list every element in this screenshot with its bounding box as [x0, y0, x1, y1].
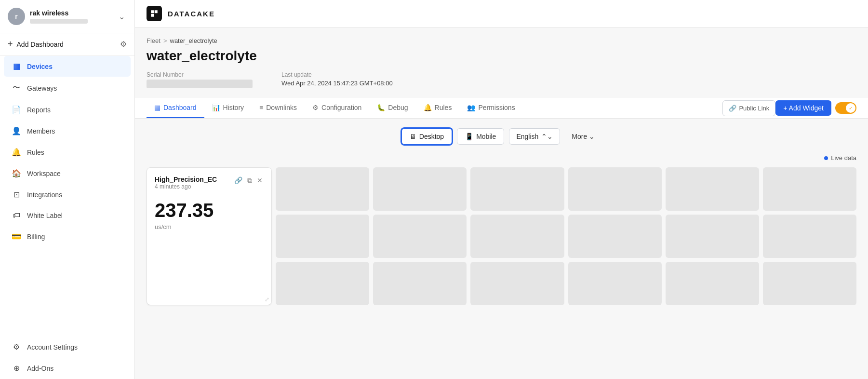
svg-rect-2 [151, 14, 154, 17]
sidebar-header: r rak wireless ⌄ [0, 0, 134, 33]
downlinks-tab-icon: ≡ [259, 104, 263, 111]
sidebar-nav: ▦ Devices 〜 Gateways 📄 Reports 👤 Members… [0, 55, 134, 247]
breadcrumb: Fleet > water_electrolyte [147, 37, 856, 44]
placeholder-cell [568, 262, 662, 305]
tab-downlinks[interactable]: ≡ Downlinks [252, 98, 305, 118]
placeholder-cell [276, 167, 369, 211]
tab-dashboard[interactable]: ▦ Dashboard [147, 98, 204, 118]
widget-copy-icon[interactable]: ⧉ [246, 176, 253, 186]
sidebar-item-label: Add-Ons [27, 365, 53, 372]
more-chevron-icon: ⌄ [589, 133, 595, 140]
tab-rules[interactable]: 🔔 Rules [416, 98, 460, 118]
dashboard-tab-icon: ▦ [154, 104, 160, 111]
language-selector[interactable]: English ⌃⌄ [509, 128, 560, 145]
sidebar-item-label: Rules [27, 149, 44, 156]
placeholder-cell [373, 167, 467, 211]
placeholder-cell [666, 262, 759, 305]
devices-icon: ▦ [12, 62, 21, 71]
add-widget-label: + Add Widget [783, 104, 824, 112]
rules-tab-icon: 🔔 [424, 104, 432, 111]
permissions-tab-icon: 👥 [467, 104, 475, 111]
debug-tab-icon: 🐛 [377, 104, 385, 111]
datacake-logo-icon [150, 9, 159, 18]
sidebar-item-devices[interactable]: ▦ Devices [4, 56, 131, 77]
last-update-label: Last update [281, 71, 393, 78]
white-label-icon: 🏷 [12, 211, 21, 220]
sidebar-item-account-settings[interactable]: ⚙ Account Settings [4, 337, 131, 357]
page-title: water_electrolyte [147, 48, 856, 64]
gateways-icon: 〜 [12, 83, 21, 93]
sidebar-item-label: Billing [27, 233, 45, 241]
placeholder-cell [763, 215, 856, 258]
more-menu-button[interactable]: More ⌄ [565, 129, 601, 144]
widget-close-icon[interactable]: ✕ [256, 176, 264, 186]
mobile-label: Mobile [476, 133, 496, 140]
sidebar: r rak wireless ⌄ + Add Dashboard ⚙ ▦ Dev… [0, 0, 135, 379]
tab-history[interactable]: 📊 History [204, 98, 252, 118]
add-widget-button[interactable]: + Add Widget [775, 100, 831, 116]
svg-rect-0 [151, 10, 154, 13]
sidebar-item-integrations[interactable]: ⊡ Integrations [4, 184, 131, 205]
placeholder-cell [373, 215, 467, 258]
dashboard-grid: High_Precision_EC 4 minutes ago 🔗 ⧉ ✕ 23… [147, 167, 856, 305]
gear-icon[interactable]: ⚙ [120, 40, 127, 49]
breadcrumb-parent[interactable]: Fleet [147, 37, 160, 44]
view-toolbar: 🖥 Desktop 📱 Mobile English ⌃⌄ More ⌄ [147, 128, 856, 145]
add-ons-icon: ⊕ [12, 364, 21, 373]
content-area: Fleet > water_electrolyte water_electrol… [135, 27, 868, 379]
chevron-down-icon[interactable]: ⌄ [117, 10, 127, 23]
sidebar-item-workspace[interactable]: 🏠 Workspace [4, 163, 131, 184]
widget-title: High_Precision_EC [155, 176, 217, 183]
tab-downlinks-label: Downlinks [266, 104, 297, 111]
tab-permissions-label: Permissions [478, 104, 515, 111]
widget-unit: us/cm [155, 223, 264, 230]
tab-debug-label: Debug [388, 104, 408, 111]
sidebar-item-billing[interactable]: 💳 Billing [4, 226, 131, 247]
sidebar-item-label: Account Settings [27, 343, 78, 351]
last-update-field: Last update Wed Apr 24, 2024 15:47:23 GM… [281, 71, 393, 88]
resize-handle[interactable]: ⤢ [265, 296, 269, 303]
sidebar-item-white-label[interactable]: 🏷 White Label [4, 205, 131, 226]
public-link-button[interactable]: 🔗 Public Link [722, 100, 775, 116]
sidebar-item-members[interactable]: 👤 Members [4, 121, 131, 141]
add-dashboard-button[interactable]: + Add Dashboard ⚙ [0, 33, 134, 55]
tab-permissions[interactable]: 👥 Permissions [459, 98, 522, 118]
widget-link-icon[interactable]: 🔗 [233, 176, 243, 186]
desktop-label: Desktop [419, 133, 444, 140]
last-update-value: Wed Apr 24, 2024 15:47:23 GMT+08:00 [281, 80, 393, 87]
placeholder-cell [470, 262, 564, 305]
widget-actions: 🔗 ⧉ ✕ [233, 176, 264, 186]
live-dot-icon [824, 156, 828, 160]
sidebar-item-reports[interactable]: 📄 Reports [4, 99, 131, 120]
widget-value: 237.35 [155, 200, 264, 221]
serial-number-value [147, 80, 253, 88]
placeholder-cell [568, 215, 662, 258]
user-info: rak wireless [30, 9, 112, 24]
public-link-label: Public Link [739, 105, 769, 112]
placeholder-cell [470, 167, 564, 211]
placeholder-cell [666, 215, 759, 258]
desktop-icon: 🖥 [410, 133, 416, 140]
placeholder-cell [568, 167, 662, 211]
sidebar-item-label: Gateways [27, 84, 57, 92]
live-mode-toggle[interactable]: ✓ [835, 102, 856, 114]
mobile-icon: 📱 [465, 133, 473, 140]
tab-debug[interactable]: 🐛 Debug [369, 98, 415, 118]
logo-box [147, 6, 162, 21]
sidebar-item-gateways[interactable]: 〜 Gateways [4, 77, 131, 99]
language-label: English [516, 133, 538, 140]
tab-dashboard-label: Dashboard [163, 104, 197, 111]
members-icon: 👤 [12, 126, 21, 135]
sidebar-item-rules[interactable]: 🔔 Rules [4, 142, 131, 162]
placeholder-cell [276, 262, 369, 305]
tab-history-label: History [223, 104, 244, 111]
link-icon: 🔗 [729, 105, 736, 112]
sidebar-item-label: Devices [27, 63, 53, 70]
add-dashboard-label: Add Dashboard [17, 41, 64, 48]
tab-configuration[interactable]: ⚙ Configuration [305, 98, 369, 118]
sidebar-item-add-ons[interactable]: ⊕ Add-Ons [4, 358, 131, 379]
plus-icon: + [8, 39, 13, 49]
live-data-label: Live data [831, 154, 856, 162]
mobile-view-button[interactable]: 📱 Mobile [457, 128, 504, 145]
desktop-view-button[interactable]: 🖥 Desktop [401, 128, 452, 145]
